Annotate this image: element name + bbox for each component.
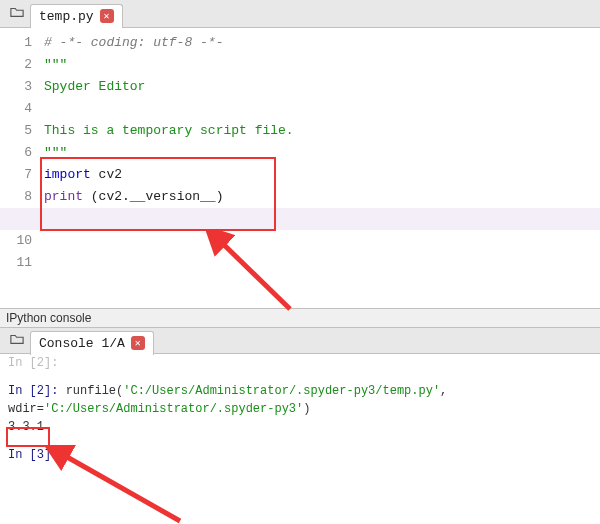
browse-folder-icon[interactable] (10, 332, 24, 350)
code-line (44, 98, 594, 120)
console-prompt-truncated: In [2]: (8, 354, 592, 372)
code-line: # -*- coding: utf-8 -*- (44, 32, 594, 54)
tab-console-1a[interactable]: Console 1/A ✕ (30, 331, 154, 355)
code-editor[interactable]: 1 2 3 4 5 6 7 8 9 10 11 # -*- coding: ut… (0, 28, 600, 308)
console-tabbar: Console 1/A ✕ (0, 328, 600, 354)
tab-label: temp.py (39, 9, 94, 24)
code-line (44, 252, 594, 274)
console-line: In [3]: (8, 446, 592, 464)
browse-folder-icon[interactable] (10, 5, 24, 23)
line-number: 3 (0, 76, 32, 98)
console-panel-title: IPython console (0, 308, 600, 328)
line-number: 6 (0, 142, 32, 164)
code-line (44, 230, 594, 252)
line-number: 10 (0, 230, 32, 252)
line-number: 4 (0, 98, 32, 120)
console-line: In [2]: runfile('C:/Users/Administrator/… (8, 382, 592, 418)
code-line: This is a temporary script file. (44, 120, 594, 142)
line-number: 5 (0, 120, 32, 142)
code-line: """ (44, 142, 594, 164)
line-number: 11 (0, 252, 32, 274)
line-number-gutter: 1 2 3 4 5 6 7 8 9 10 11 (0, 28, 38, 308)
code-line: print (cv2.__version__) (44, 186, 594, 208)
line-number: 2 (0, 54, 32, 76)
builtin-print: print (44, 189, 83, 204)
in-prompt: In [2]: (8, 384, 58, 398)
keyword-import: import (44, 167, 91, 182)
line-number: 8 (0, 186, 32, 208)
editor-tabbar: temp.py ✕ (0, 0, 600, 28)
line-number: 1 (0, 32, 32, 54)
in-prompt: In [3]: (8, 448, 58, 462)
tab-label: Console 1/A (39, 336, 125, 351)
close-icon[interactable]: ✕ (131, 336, 145, 350)
code-line: import cv2 (44, 164, 594, 186)
ipython-console[interactable]: In [2]: In [2]: runfile('C:/Users/Admini… (0, 354, 600, 468)
tab-temp-py[interactable]: temp.py ✕ (30, 4, 123, 28)
line-number: 7 (0, 164, 32, 186)
code-line (44, 208, 594, 230)
console-output: 3.3.1 (8, 418, 592, 436)
close-icon[interactable]: ✕ (100, 9, 114, 23)
code-area[interactable]: # -*- coding: utf-8 -*- """ Spyder Edito… (38, 28, 600, 308)
code-line: Spyder Editor (44, 76, 594, 98)
code-line: """ (44, 54, 594, 76)
